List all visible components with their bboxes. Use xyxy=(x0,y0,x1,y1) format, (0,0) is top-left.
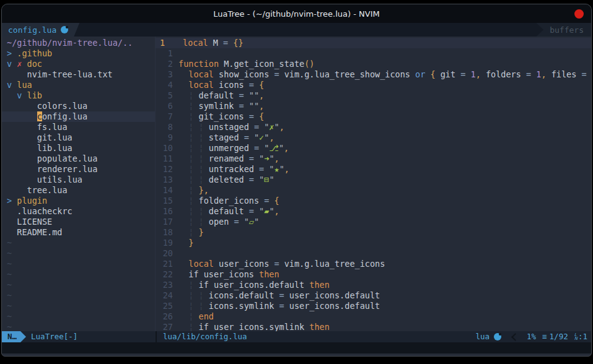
tree-item[interactable]: tree.lua xyxy=(2,185,155,196)
code-line[interactable]: 11 ¦ ¦ renamed = "➜", xyxy=(156,154,591,164)
tree-item[interactable]: renderer.lua xyxy=(2,164,155,175)
code-line[interactable]: 20 xyxy=(156,248,591,259)
command-line[interactable] xyxy=(2,342,591,353)
line-number: 1 xyxy=(156,48,178,59)
line-number: 9 xyxy=(156,132,178,143)
lines-icon: ≡ xyxy=(542,331,547,342)
code-line[interactable]: 10 ¦ ¦ unmerged = "⎇", xyxy=(156,143,591,154)
scroll-percent: 1% xyxy=(527,331,536,342)
code-line[interactable]: 25 ¦ ¦ icons.symlink = user_icons.defaul… xyxy=(156,301,591,311)
code-line[interactable]: 7 ¦ git_icons = { xyxy=(156,111,591,122)
line-number: 6 xyxy=(156,101,178,111)
tree-item[interactable]: fs.lua xyxy=(2,122,155,132)
code-line[interactable]: 19 } xyxy=(156,238,591,248)
line-number: 27 xyxy=(156,322,178,331)
tree-item[interactable]: v ✗ doc xyxy=(2,59,155,69)
empty-line-tilde: ~ xyxy=(2,269,155,280)
statusline: N… LuaTree[-] lua/lib/config.lua lua 1% … xyxy=(2,331,591,342)
line-number: 16 xyxy=(156,206,178,217)
buffers-label: buffers xyxy=(550,25,584,35)
window-titlebar: LuaTree - (~/github/nvim-tree.lua) - NVI… xyxy=(2,4,591,23)
lua-moon-icon xyxy=(494,333,501,340)
code-line[interactable]: 1 xyxy=(156,48,591,59)
tree-item[interactable]: v lib xyxy=(2,90,155,101)
tree-item[interactable]: utils.lua xyxy=(2,175,155,185)
line-number: 15 xyxy=(156,196,178,206)
empty-line-tilde: ~ xyxy=(2,238,155,248)
tree-item[interactable]: nvim-tree-lua.txt xyxy=(2,69,155,80)
tree-item[interactable]: ~/github/nvim-tree.lua/.. xyxy=(2,38,155,48)
tree-item[interactable]: LICENSE xyxy=(2,217,155,227)
file-tree-panel[interactable]: ~/github/nvim-tree.lua/..> .githubv ✗ do… xyxy=(2,37,156,331)
tabline: config.lua buffers xyxy=(2,23,591,37)
line-number: 5 xyxy=(156,90,178,101)
line-number: 25 xyxy=(156,301,178,311)
buffers-segment[interactable]: buffers xyxy=(536,23,591,37)
code-line[interactable]: 23 ¦ if user_icons.default then xyxy=(156,280,591,290)
tree-cursor: c xyxy=(37,111,42,121)
line-number: 2 xyxy=(156,59,178,69)
code-line[interactable]: 4 local icons = { xyxy=(156,80,591,90)
tabline-filler xyxy=(79,23,536,37)
statusline-editor-window: lua/lib/config.lua lua 1% ≡ 1/92 LN :1 xyxy=(157,331,591,342)
code-line[interactable]: 24 ¦ ¦ icons.default = user_icons.defaul… xyxy=(156,290,591,301)
code-line[interactable]: 26 ¦ end xyxy=(156,311,591,322)
code-line[interactable]: 6 ¦ symlink = "", xyxy=(156,101,591,111)
line-number: 22 xyxy=(156,269,178,280)
line-number: 26 xyxy=(156,311,178,322)
code-line[interactable]: 2function M.get_icon_state() xyxy=(156,59,591,69)
tree-item[interactable]: .luacheckrc xyxy=(2,206,155,217)
line-number: 17 xyxy=(156,217,178,227)
tree-item[interactable]: colors.lua xyxy=(2,101,155,111)
code-line[interactable]: 13 ¦ ¦ deleted = "⊟" xyxy=(156,175,591,185)
code-line[interactable]: 1local M = {} xyxy=(156,38,591,48)
empty-line-tilde: ~ xyxy=(2,311,155,322)
tab-config-lua[interactable]: config.lua xyxy=(2,23,79,37)
tree-item[interactable]: git.lua xyxy=(2,132,155,143)
line-number: 8 xyxy=(156,122,178,132)
line-number: 1 xyxy=(156,38,183,48)
code-line[interactable]: 14 ¦ }, xyxy=(156,185,591,196)
code-line[interactable]: 8 ¦ ¦ unstaged = "✗", xyxy=(156,122,591,132)
line-number: 11 xyxy=(156,154,178,164)
line-number: 3 xyxy=(156,69,178,80)
code-line[interactable]: 9 ¦ ¦ staged = "✓", xyxy=(156,132,591,143)
empty-line-tilde: ~ xyxy=(2,290,155,301)
statusline-filepath: lua/lib/config.lua xyxy=(163,331,247,342)
close-button[interactable] xyxy=(574,9,584,19)
empty-line-tilde: ~ xyxy=(2,259,155,269)
code-line[interactable]: 3 local show_icons = vim.g.lua_tree_show… xyxy=(156,69,591,80)
line-number-icon: LN xyxy=(574,333,578,340)
code-line[interactable]: 5 ¦ default = "", xyxy=(156,90,591,101)
code-line[interactable]: 12 ¦ ¦ untracked = "★", xyxy=(156,164,591,175)
code-line[interactable]: 27 ¦ if user_icons.symlink then xyxy=(156,322,591,331)
empty-line-tilde: ~ xyxy=(2,301,155,311)
code-line[interactable]: 17 ¦ ¦ open = "▱" xyxy=(156,217,591,227)
tree-item[interactable]: v lua xyxy=(2,80,155,90)
line-number: 18 xyxy=(156,227,178,238)
mode-indicator: N… xyxy=(2,331,20,342)
code-line[interactable]: 15 ¦ folder_icons = { xyxy=(156,196,591,206)
tree-item[interactable]: > .github xyxy=(2,48,155,59)
cursor-line-position: 1/92 xyxy=(550,331,568,342)
empty-line-tilde: ~ xyxy=(2,248,155,259)
terminal-window: LuaTree - (~/github/nvim-tree.lua) - NVI… xyxy=(1,4,592,357)
code-line[interactable]: 18 ¦ } xyxy=(156,227,591,238)
line-number: 10 xyxy=(156,143,178,154)
tree-item[interactable]: config.lua xyxy=(2,111,155,122)
tree-item[interactable]: > plugin xyxy=(2,196,155,206)
code-editor-panel[interactable]: 1local M = {}12function M.get_icon_state… xyxy=(156,37,591,331)
window-title: LuaTree - (~/github/nvim-tree.lua) - NVI… xyxy=(213,9,379,19)
code-line[interactable]: 22 if user_icons then xyxy=(156,269,591,280)
tree-item[interactable]: populate.lua xyxy=(2,154,155,164)
tree-item[interactable]: README.md xyxy=(2,227,155,238)
cursor-column: :1 xyxy=(578,331,587,342)
main-area: ~/github/nvim-tree.lua/..> .githubv ✗ do… xyxy=(2,37,591,331)
tree-item[interactable]: lib.lua xyxy=(2,143,155,154)
line-number: 21 xyxy=(156,259,178,269)
line-number: 24 xyxy=(156,290,178,301)
line-number: 14 xyxy=(156,185,178,196)
line-number: 20 xyxy=(156,248,178,259)
code-line[interactable]: 16 ¦ ¦ default = "▰", xyxy=(156,206,591,217)
code-line[interactable]: 21 local user_icons = vim.g.lua_tree_ico… xyxy=(156,259,591,269)
